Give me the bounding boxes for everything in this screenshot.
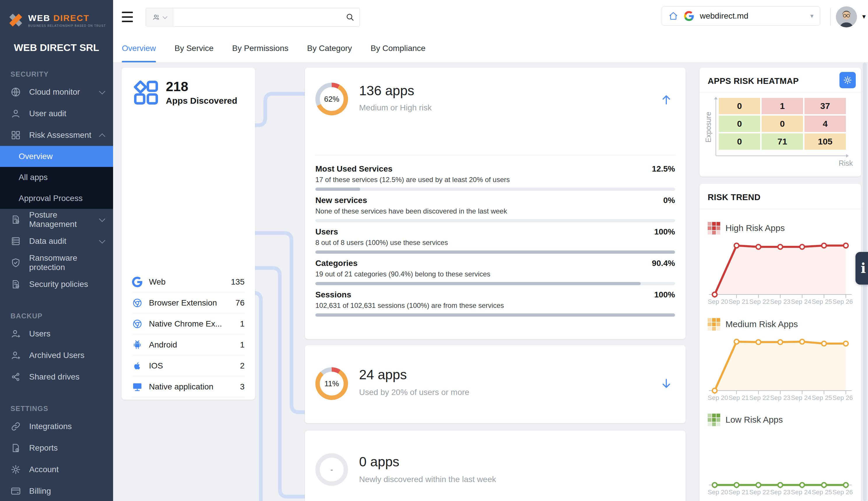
- tab-by-category[interactable]: By Category: [307, 34, 352, 62]
- tab-by-service[interactable]: By Service: [175, 34, 214, 62]
- sidebar-item-users[interactable]: Users: [0, 323, 113, 344]
- organization-name: webdirect.md: [700, 11, 804, 21]
- sidebar-item-billing[interactable]: Billing: [0, 480, 113, 501]
- low-risk-x-axis: Sep 20Sep 21Sep 22Sep 23Sep 24Sep 25Sep …: [708, 489, 853, 496]
- heatmap-y-axis: [715, 98, 716, 156]
- metric-percent: 12.5%: [652, 164, 675, 174]
- axis-tick-label: Sep 26: [833, 298, 853, 306]
- metric-sessions: Sessions100% 102,631 of 102,631 sessions…: [315, 290, 675, 322]
- sidebar-item-ransomware-protection[interactable]: Ransomware protection: [0, 252, 113, 274]
- sidebar-subitem-approval-process[interactable]: Approval Process: [0, 188, 113, 209]
- heatmap-cell[interactable]: 0: [719, 134, 760, 150]
- heatmap-y-axis-label: Exposure: [704, 112, 713, 143]
- organization-selector[interactable]: webdirect.md ▾: [662, 7, 820, 25]
- heatmap-settings-button[interactable]: [839, 72, 856, 88]
- heatmap-cell[interactable]: 4: [804, 116, 846, 132]
- chevron-up-icon: [99, 133, 105, 139]
- global-search: [146, 8, 360, 26]
- list-item-browser-extension[interactable]: Browser Extension 76: [132, 292, 244, 313]
- heatmap-cell[interactable]: 0: [719, 116, 760, 132]
- axis-tick-label: Sep 20: [708, 298, 728, 306]
- credit-card-icon: [10, 486, 21, 496]
- donut-percentage: 62%: [320, 87, 344, 111]
- progress-bar: [315, 313, 675, 317]
- risk-donut-chart: 62%: [315, 83, 348, 115]
- topbar-divider: [830, 8, 831, 25]
- globe-icon: [10, 87, 21, 97]
- menu-toggle-button[interactable]: [122, 12, 133, 22]
- sidebar-item-user-audit[interactable]: User audit: [0, 103, 113, 124]
- sidebar-item-archived-users[interactable]: Archived Users: [0, 344, 113, 366]
- list-item-android[interactable]: Android 1: [132, 334, 244, 355]
- heatmap-cell[interactable]: 71: [762, 134, 803, 150]
- heatmap-title: APPS RISK HEATMAP: [708, 76, 799, 86]
- sidebar-item-cloud-monitor[interactable]: Cloud monitor: [0, 81, 113, 103]
- sidebar-item-posture-management[interactable]: Posture Management: [0, 209, 113, 231]
- search-button[interactable]: [341, 8, 359, 26]
- heatmap-cell[interactable]: 37: [804, 98, 846, 114]
- list-item-ios[interactable]: IOS 2: [132, 355, 244, 376]
- chevron-down-icon: [99, 237, 105, 243]
- google-logo-icon: [684, 11, 694, 21]
- legend-label: Low Risk Apps: [725, 415, 783, 425]
- heatmap-cell[interactable]: 1: [762, 98, 803, 114]
- tab-overview[interactable]: Overview: [122, 34, 156, 62]
- tab-by-permissions[interactable]: By Permissions: [232, 34, 289, 62]
- brand-name: WEB DIRECT: [28, 13, 106, 23]
- search-input[interactable]: [173, 8, 341, 26]
- medium-risk-line-chart: [708, 332, 853, 401]
- axis-tick-label: Sep 23: [770, 298, 791, 306]
- sidebar-item-reports[interactable]: Reports: [0, 437, 113, 459]
- axis-tick-label: Sep 25: [812, 489, 832, 496]
- card-title: 0 apps: [359, 454, 399, 470]
- metric-description: None of these services have been discove…: [315, 207, 675, 215]
- high-risk-x-axis: Sep 20Sep 21Sep 22Sep 23Sep 24Sep 25Sep …: [708, 298, 853, 306]
- high-risk-legend-icon: [708, 222, 720, 234]
- trend-up-arrow-icon[interactable]: [660, 93, 673, 106]
- section-label-security: SECURITY: [10, 70, 113, 78]
- sidebar-item-account[interactable]: Account: [0, 459, 113, 480]
- heatmap-cell[interactable]: 0: [762, 116, 803, 132]
- trend-down-arrow-icon[interactable]: [660, 377, 673, 390]
- usage-donut-chart: 11%: [315, 367, 348, 400]
- user-menu-caret-icon[interactable]: ▼: [861, 13, 867, 20]
- connector-lines: [251, 63, 309, 501]
- progress-bar: [315, 219, 675, 222]
- shield-check-icon: [10, 257, 21, 268]
- list-item-web[interactable]: Web 135: [132, 271, 244, 292]
- info-tab-button[interactable]: i: [856, 252, 868, 285]
- card-subtitle: Medium or High risk: [359, 103, 432, 113]
- platform-count: 1: [240, 340, 244, 350]
- legend-label: Medium Risk Apps: [725, 319, 798, 329]
- gear-icon: [10, 464, 21, 475]
- apps-discovered-card: 218 Apps Discovered Web 135 Browser Exte…: [122, 67, 255, 399]
- medium-risk-apps-chart: Medium Risk Apps: [708, 318, 853, 331]
- heatmap-cell[interactable]: 105: [804, 134, 846, 150]
- section-label-backup: BACKUP: [10, 312, 113, 320]
- sidebar-subitem-overview[interactable]: Overview: [0, 146, 113, 167]
- sidebar-item-risk-assessment[interactable]: Risk Assessment: [0, 124, 113, 146]
- high-risk-apps-chart: High Risk Apps: [708, 222, 853, 234]
- sidebar-item-integrations[interactable]: Integrations: [0, 416, 113, 437]
- progress-bar: [315, 250, 675, 254]
- donut-percentage: 11%: [320, 372, 344, 396]
- sidebar-item-data-audit[interactable]: Data audit: [0, 231, 113, 252]
- tab-by-compliance[interactable]: By Compliance: [371, 34, 426, 62]
- used-by-users-card: 11% 24 apps Used by 20% of users or more: [305, 345, 686, 423]
- search-icon: [345, 12, 355, 22]
- heatmap-cell[interactable]: 0: [719, 98, 760, 114]
- empty-donut-chart: -: [315, 453, 348, 486]
- search-scope-dropdown[interactable]: [146, 8, 173, 26]
- list-item-native-application[interactable]: Native application 3: [132, 376, 244, 397]
- sidebar-subitem-all-apps[interactable]: All apps: [0, 167, 113, 188]
- user-plus-icon: [10, 329, 21, 339]
- policy-document-icon: [10, 279, 21, 289]
- user-avatar[interactable]: [836, 7, 857, 28]
- sidebar-item-shared-drives[interactable]: Shared drives: [0, 366, 113, 388]
- sidebar: WEB DIRECT BUSINESS RELATIONSHIP BASED O…: [0, 0, 113, 501]
- apps-icon: [132, 79, 160, 107]
- list-item-native-chrome-extension[interactable]: Native Chrome Ex... 1: [132, 313, 244, 334]
- axis-tick-label: Sep 21: [729, 394, 749, 402]
- sidebar-item-security-policies[interactable]: Security policies: [0, 274, 113, 295]
- low-risk-legend-icon: [708, 414, 720, 426]
